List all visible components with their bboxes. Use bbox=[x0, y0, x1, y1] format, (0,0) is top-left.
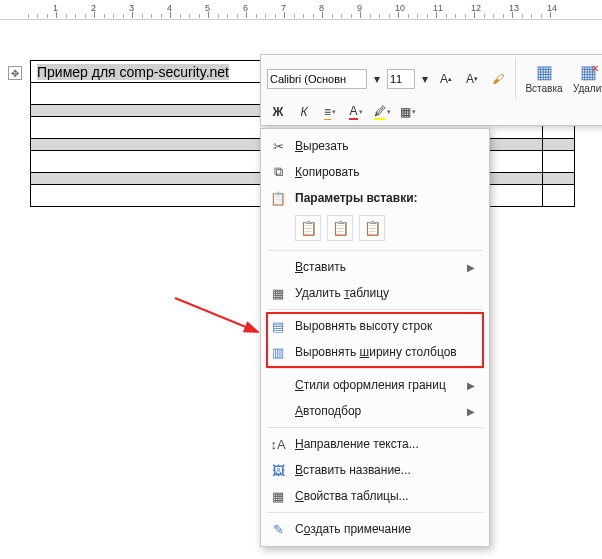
table-move-handle[interactable]: ✥ bbox=[8, 66, 22, 80]
table-cell[interactable] bbox=[542, 185, 574, 207]
menu-even-col-width[interactable]: ▥ Выровнять ширину столбцов bbox=[261, 339, 489, 365]
insert-table-icon: ▦ bbox=[536, 61, 553, 83]
menu-new-comment[interactable]: ✎ Создать примечание bbox=[261, 516, 489, 542]
context-menu: ✂ Вырезать ⧉ Копировать 📋 Параметры вста… bbox=[260, 128, 490, 547]
menu-delete-table[interactable]: ▦ Удалить таблицу bbox=[261, 280, 489, 306]
menu-cut[interactable]: ✂ Вырезать bbox=[261, 133, 489, 159]
copy-icon: ⧉ bbox=[269, 164, 287, 180]
delete-button[interactable]: ▦✕ Удалить bbox=[570, 58, 602, 100]
font-name-combo[interactable] bbox=[267, 69, 367, 89]
even-rows-icon: ▤ bbox=[269, 319, 287, 334]
menu-even-row-height[interactable]: ▤ Выровнять высоту строк bbox=[261, 313, 489, 339]
table-cell[interactable] bbox=[542, 151, 574, 173]
highlight-color-icon[interactable]: 🖉▾ bbox=[371, 102, 393, 122]
text-direction-icon: ↕A bbox=[269, 437, 287, 452]
menu-copy[interactable]: ⧉ Копировать bbox=[261, 159, 489, 185]
grow-font-icon[interactable]: A▴ bbox=[435, 69, 457, 89]
mini-toolbar: ▾ ▾ A▴ A▾ 🖌 ▦ Вставка ▦✕ Удалить Ж К ≡▾ … bbox=[260, 54, 602, 126]
cut-icon: ✂ bbox=[269, 139, 287, 154]
font-size-combo[interactable] bbox=[387, 69, 415, 89]
caption-icon: 🖼 bbox=[269, 463, 287, 478]
chevron-right-icon: ▶ bbox=[467, 262, 475, 273]
font-color-icon[interactable]: A▾ bbox=[345, 102, 367, 122]
chevron-right-icon: ▶ bbox=[467, 406, 475, 417]
menu-text-direction[interactable]: ↕A Направление текста... bbox=[261, 431, 489, 457]
bold-icon[interactable]: Ж bbox=[267, 102, 289, 122]
insert-button[interactable]: ▦ Вставка bbox=[522, 58, 566, 100]
menu-table-properties[interactable]: ▦ Свойства таблицы... bbox=[261, 483, 489, 509]
chevron-right-icon: ▶ bbox=[467, 380, 475, 391]
delete-table-icon: ▦✕ bbox=[580, 61, 603, 83]
properties-icon: ▦ bbox=[269, 489, 287, 504]
selected-text[interactable]: Пример для comp-security.net bbox=[37, 64, 229, 80]
even-cols-icon: ▥ bbox=[269, 345, 287, 360]
format-painter-icon[interactable]: 🖌 bbox=[487, 69, 509, 89]
italic-icon[interactable]: К bbox=[293, 102, 315, 122]
underline-icon[interactable]: ≡▾ bbox=[319, 102, 341, 122]
horizontal-ruler: 1234567891011121314 bbox=[0, 0, 602, 20]
shrink-font-icon[interactable]: A▾ bbox=[461, 69, 483, 89]
paste-text-only-icon[interactable]: 📋 bbox=[359, 215, 385, 241]
paste-keep-formatting-icon[interactable]: 📋 bbox=[295, 215, 321, 241]
font-name-dropdown-icon[interactable]: ▾ bbox=[371, 69, 383, 89]
menu-paste[interactable]: Вставить ▶ bbox=[261, 254, 489, 280]
paste-options-icon: 📋 bbox=[269, 191, 287, 206]
menu-autofit[interactable]: Автоподбор ▶ bbox=[261, 398, 489, 424]
menu-border-styles[interactable]: Стили оформления границ ▶ bbox=[261, 372, 489, 398]
svg-line-0 bbox=[175, 298, 258, 332]
annotation-arrow-icon bbox=[170, 290, 270, 350]
menu-paste-options: 📋 Параметры вставки: bbox=[261, 185, 489, 211]
menu-insert-caption[interactable]: 🖼 Вставить название... bbox=[261, 457, 489, 483]
delete-table-menu-icon: ▦ bbox=[269, 286, 287, 301]
paste-merge-formatting-icon[interactable]: 📋 bbox=[327, 215, 353, 241]
comment-icon: ✎ bbox=[269, 522, 287, 537]
font-size-dropdown-icon[interactable]: ▾ bbox=[419, 69, 431, 89]
borders-icon[interactable]: ▦▾ bbox=[397, 102, 419, 122]
